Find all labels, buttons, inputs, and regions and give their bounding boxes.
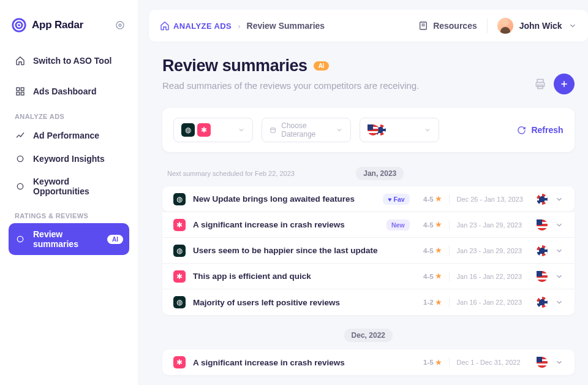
dashboard-icon bbox=[15, 86, 26, 97]
chevron-down-icon[interactable] bbox=[555, 195, 564, 204]
chevron-right-icon: › bbox=[238, 21, 240, 31]
svg-point-3 bbox=[116, 21, 124, 29]
content: Review summaries AI Read summaries of th… bbox=[138, 42, 588, 385]
chevron-down-icon[interactable] bbox=[555, 272, 564, 281]
chevron-down-icon[interactable] bbox=[555, 358, 564, 367]
nav-label: Ad Performance bbox=[33, 131, 99, 140]
rating: 4-5 ★ bbox=[417, 195, 442, 203]
daterange-selector[interactable]: Choose Daterange bbox=[262, 118, 351, 142]
fav-badge: ♥ Fav bbox=[383, 194, 409, 205]
svg-point-11 bbox=[17, 236, 23, 242]
summary-row[interactable]: ✱ A significant increase in crash review… bbox=[162, 349, 575, 375]
app-chip-pink: ✱ bbox=[173, 356, 186, 368]
summary-title: This app is efficient and quick bbox=[193, 272, 378, 281]
nav-review-summaries[interactable]: Review summaries AI bbox=[9, 223, 129, 255]
date-range: Jan 23 - Jan 29, 2023 bbox=[457, 247, 529, 254]
svg-rect-7 bbox=[17, 92, 20, 95]
nav-ad-performance[interactable]: Ad Performance bbox=[9, 124, 129, 147]
summary-row[interactable]: ✱ This app is efficient and quick 4-5 ★ … bbox=[162, 264, 575, 289]
summary-row[interactable]: ✱ A significant increase in crash review… bbox=[162, 212, 575, 238]
app-chip-green: ◍ bbox=[173, 245, 186, 257]
user-menu[interactable]: John Wick bbox=[497, 18, 577, 34]
app-chip-green: ◍ bbox=[181, 123, 195, 137]
chevron-down-icon bbox=[238, 126, 245, 134]
summary-row[interactable]: ◍ Users seem to be happier since the las… bbox=[162, 238, 575, 264]
brand: App Radar bbox=[9, 17, 129, 33]
date-range: Dec 1 - Dec 31, 2022 bbox=[457, 359, 529, 366]
ai-badge: AI bbox=[107, 235, 123, 244]
chevron-down-icon bbox=[424, 126, 431, 134]
breadcrumb-page: Review Summaries bbox=[247, 21, 325, 31]
new-badge: New bbox=[386, 219, 410, 231]
nav-keyword-insights[interactable]: Keyword Insights bbox=[9, 147, 129, 170]
summary-title: Majority of users left positive reviews bbox=[193, 298, 378, 307]
flag-us-icon bbox=[537, 271, 548, 282]
nav-switch-aso[interactable]: Switch to ASO Tool bbox=[9, 49, 129, 72]
main: ANALYZE ADS › Review Summaries Resources… bbox=[138, 0, 588, 385]
svg-rect-6 bbox=[21, 88, 24, 91]
app-chip-green: ◍ bbox=[173, 193, 186, 205]
summary-list: ✱ A significant increase in crash review… bbox=[162, 349, 575, 375]
app-radar-logo bbox=[11, 17, 27, 33]
brand-name: App Radar bbox=[32, 19, 83, 31]
svg-rect-20 bbox=[271, 128, 275, 132]
app-chip-pink: ✱ bbox=[173, 219, 186, 231]
user-name: John Wick bbox=[519, 21, 562, 31]
summary-row[interactable]: ◍ New Update brings long awaited feature… bbox=[162, 186, 575, 212]
svg-point-9 bbox=[17, 156, 23, 161]
chevron-down-icon[interactable] bbox=[555, 246, 564, 255]
rating: 4-5 ★ bbox=[417, 272, 442, 280]
svg-point-2 bbox=[18, 24, 20, 26]
svg-point-10 bbox=[17, 183, 23, 189]
flag-us-icon bbox=[537, 219, 548, 231]
app-chip-green: ◍ bbox=[173, 296, 186, 308]
flag-us-icon bbox=[537, 357, 548, 368]
resources-link[interactable]: Resources bbox=[418, 21, 477, 31]
svg-point-4 bbox=[119, 24, 121, 26]
app-selector[interactable]: ◍ ✱ bbox=[173, 118, 253, 142]
ai-badge: AI bbox=[314, 61, 329, 71]
sidebar: App Radar Switch to ASO Tool Ads Dashboa… bbox=[0, 0, 138, 385]
nav-label: Keyword Opportunities bbox=[33, 177, 123, 196]
breadcrumb: ANALYZE ADS › Review Summaries bbox=[160, 21, 325, 31]
summary-list: ◍ New Update brings long awaited feature… bbox=[162, 186, 575, 315]
print-icon[interactable] bbox=[534, 78, 546, 90]
page-subtitle: Read summaries of the reviews your compe… bbox=[162, 80, 534, 91]
country-selector[interactable] bbox=[360, 118, 439, 142]
topbar: ANALYZE ADS › Review Summaries Resources… bbox=[149, 10, 588, 42]
refresh-button[interactable]: Refresh bbox=[517, 125, 563, 135]
breadcrumb-root[interactable]: ANALYZE ADS bbox=[160, 21, 232, 31]
chevron-down-icon[interactable] bbox=[555, 298, 564, 307]
rating: 1-2 ★ bbox=[417, 299, 442, 307]
chevron-down-icon bbox=[568, 21, 577, 30]
filter-bar: ◍ ✱ Choose Daterange bbox=[162, 108, 575, 152]
divider bbox=[487, 18, 488, 33]
month-label: Jan, 2023 bbox=[356, 167, 404, 180]
add-button[interactable] bbox=[554, 74, 575, 94]
nav-keyword-opportunities[interactable]: Keyword Opportunities bbox=[9, 170, 129, 202]
summary-title: A significant increase in crash reviews bbox=[193, 220, 379, 229]
date-range: Jan 16 - Jan 22, 2023 bbox=[457, 299, 529, 306]
flag-uk-icon bbox=[537, 194, 548, 205]
schedule-text: Next summary scheduled for Feb 22, 2023 bbox=[167, 170, 295, 177]
nav-label: Keyword Insights bbox=[33, 154, 105, 164]
date-range: Jan 23 - Jan 29, 2023 bbox=[457, 221, 529, 229]
home-icon bbox=[15, 55, 26, 66]
chevron-down-icon[interactable] bbox=[555, 221, 564, 229]
month-label: Dec, 2022 bbox=[344, 329, 393, 342]
app-chip-pink: ✱ bbox=[197, 123, 211, 137]
summary-title: New Update brings long awaited features bbox=[193, 194, 375, 204]
gear-icon[interactable] bbox=[115, 20, 126, 31]
nav-label: Switch to ASO Tool bbox=[33, 56, 111, 66]
summary-row[interactable]: ◍ Majority of users left positive review… bbox=[162, 289, 575, 315]
nav-label: Ads Dashboard bbox=[33, 86, 96, 96]
flag-uk-icon bbox=[537, 245, 548, 256]
nav-section-analyze: ANALYZE ADS bbox=[9, 103, 129, 124]
rating: 4-5 ★ bbox=[417, 246, 442, 254]
summary-title: A significant increase in crash reviews bbox=[193, 358, 378, 367]
rating: 1-5 ★ bbox=[417, 359, 442, 367]
svg-rect-8 bbox=[21, 92, 24, 95]
summary-title: Users seem to be happier since the last … bbox=[193, 246, 378, 255]
nav-ads-dashboard[interactable]: Ads Dashboard bbox=[9, 80, 129, 103]
svg-rect-5 bbox=[17, 88, 20, 91]
